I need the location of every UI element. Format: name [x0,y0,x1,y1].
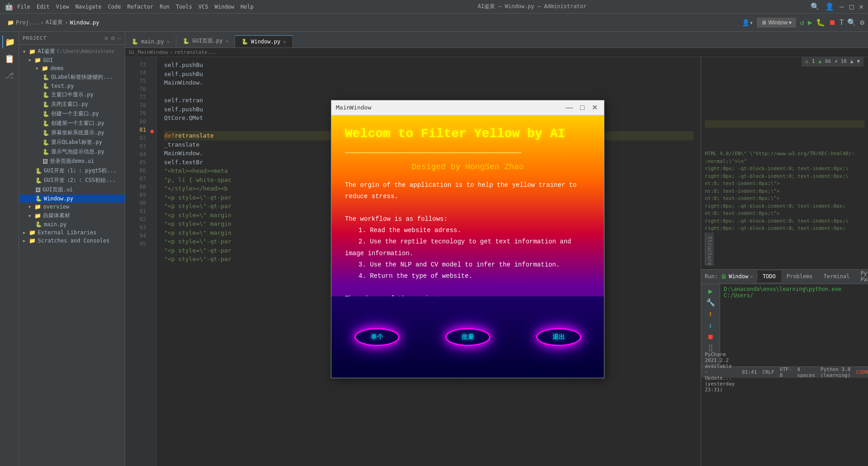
menu-code[interactable]: Code [108,4,121,10]
settings-icon[interactable]: ⚙ [111,34,114,42]
close-icon[interactable]: ✕ [859,2,863,11]
tree-item-gui-ui[interactable]: 🖼 GUI页面.ui [19,185,125,195]
run-align-icon[interactable]: ⣿ [708,343,713,352]
menu-window[interactable]: Window [215,4,234,10]
right-code-content: HTML 4.0//EN\" \"http://www.w3.org/TR/RE… [701,57,868,269]
tree-item-test[interactable]: 🐍 test.py [19,82,125,90]
tree-item-main-py[interactable]: 🐍 main.py [19,220,125,228]
tree-item-create2[interactable]: 🐍 创建第一个主窗口.py [19,119,125,128]
tree-item-close[interactable]: 🐍 关闭主窗口.py [19,100,125,109]
right-code-panel: HTML 4.0//EN\" \"http://www.w3.org/TR/RE… [701,57,868,466]
menu-run[interactable]: Run [160,4,170,10]
search-button[interactable]: 👤 [825,2,834,11]
tree-item-create1[interactable]: 🐍 创建一个主窗口.py [19,109,125,119]
line-sep[interactable]: CRLF [762,369,774,375]
btab-todo[interactable]: TODO [757,271,781,282]
breadcrumb-method[interactable]: retranslate... [175,49,217,55]
menu-vcs[interactable]: VCS [198,4,208,10]
tree-item-gui-dev2[interactable]: 🐍 GUI开发（2）: CSS初始... [19,176,125,185]
breadcrumb-project[interactable]: Proj... [16,19,39,26]
tab-window-py[interactable]: 🐍 Window.py ✕ [235,35,293,48]
tree-item-display[interactable]: 🐍 显示QLabel标签.py [19,138,125,147]
encoding[interactable]: UTF-8 [780,366,792,378]
run-play-icon[interactable]: ▶ [708,287,713,295]
tab-label: Window.py [251,38,280,45]
rline [705,143,864,151]
tree-item-screen[interactable]: 🐍 屏幕坐标系统显示.py [19,128,125,138]
update-msg[interactable]: PyCharm 2021.2.2 available · Update... (… [705,352,735,393]
run-tool-icon3[interactable]: ↓ [708,321,713,329]
btab-terminal[interactable]: Terminal [818,271,855,282]
run-tool-icon2[interactable]: ↑ [708,309,713,318]
menu-view[interactable]: View [56,4,69,10]
py-icon: 🐍 [42,149,49,155]
window-dropdown[interactable]: 🖥 Window ▾ [757,18,796,28]
tree-label: Scratches and Consoles [38,238,109,244]
structure-icon[interactable]: 📋 [3,52,16,65]
tree-item-media[interactable]: ▾ 📁 自媒体素材 [19,211,125,220]
indent[interactable]: 4 spaces [797,366,815,378]
btab-problems[interactable]: Problems [781,271,818,282]
file-tree: ▾ 📁 AI鉴黄 C:\Users\Administrato ▾ 📁 GUI ▾… [19,45,125,466]
tree-item-gui[interactable]: ▾ 📁 GUI [19,56,125,64]
breadcrumb-file[interactable]: Window.py [70,19,99,26]
window-title: AI鉴黄 – Window.py – Administrator [478,3,587,10]
breadcrumb-ui[interactable]: Ui_MainWindow [129,49,168,55]
tree-item-login-ui[interactable]: 🖼 登录页面demo.ui [19,157,125,166]
main-toolbar: 📁 Proj... › AI鉴黄 › Window.py 👤▾ 🖥 Window… [0,14,868,32]
tab-close[interactable]: ✕ [226,38,229,44]
menu-file[interactable]: File [17,4,30,10]
search-icon[interactable]: 🔍 [847,18,856,27]
ui-icon: 🖼 [35,187,41,193]
tab-close[interactable]: ✕ [283,39,286,45]
tree-item-gui-dev1[interactable]: 🐍 GUI开发（1）: pyqt5初... [19,166,125,176]
structure-tab[interactable]: Structure [707,236,713,266]
tree-item-window[interactable]: 🐍 Window.py [19,195,125,203]
tree-item-ext-libs[interactable]: ▸ 📁 External Libraries [19,228,125,237]
tab-main-py[interactable]: 🐍 main.py ✕ [125,36,176,48]
project-sidebar-icon[interactable]: 📁 [2,35,17,48]
breadcrumb-app[interactable]: AI鉴黄 [46,19,63,26]
tree-item-qlabel[interactable]: 🐍 QLabel标签快捷键的... [19,72,125,82]
build-icon[interactable]: ▶ [808,18,812,27]
run-tool-icon1[interactable]: 🔧 [706,298,715,307]
menu-tools[interactable]: Tools [176,4,192,10]
tree-item-bubble[interactable]: 🐍 显示气泡提示信息.py [19,147,125,157]
run-window-name: Window [729,273,748,280]
tree-item-demo[interactable]: ▾ 📁 demo [19,64,125,72]
minimize-icon[interactable]: — [840,2,844,11]
btab-python-packages[interactable]: Python Packages [855,267,868,285]
translate-icon[interactable]: T [840,18,844,27]
tree-item-root[interactable]: ▾ 📁 AI鉴黄 C:\Users\Administrato [19,47,125,56]
hide-panel-icon[interactable]: — [118,34,121,42]
toolbar-right: 👤▾ 🖥 Window ▾ ↺ ▶ 🐛 ⏹ T 🔍 ⚙ [742,18,864,28]
refresh-icon[interactable]: ↺ [800,18,804,27]
menu-refactor[interactable]: Refactor [127,4,153,10]
debug-icon[interactable]: 🐛 [816,18,825,27]
menu-edit[interactable]: Edit [37,4,50,10]
menu-help[interactable]: Help [241,4,254,10]
app-icon: 🤖 [5,2,14,11]
main-area: 📁 📋 ⎇ Project ≡ ⚙ — ▾ 📁 AI鉴黄 C:\Users\Ad… [0,32,868,466]
file-panel: Project ≡ ⚙ — ▾ 📁 AI鉴黄 C:\Users\Administ… [19,32,125,466]
tree-item-main-window[interactable]: 🐍 主窗口中显示.py [19,90,125,100]
tree-item-overview[interactable]: ▾ 📁 overview [19,203,125,211]
run-close-icon[interactable]: ✕ [750,274,753,280]
tree-item-scratches[interactable]: ▸ 📁 Scratches and Consoles [19,237,125,245]
tree-label: GUI页面.ui [42,186,73,194]
menu-navigate[interactable]: Navigate [75,4,102,10]
minimize-button[interactable]: 🔍 [811,2,820,11]
tab-close[interactable]: ✕ [167,39,170,45]
git-icon[interactable]: ⎇ [3,69,16,82]
run-stop-icon[interactable]: ■ [708,332,713,341]
stop-icon[interactable]: ⏹ [829,18,836,27]
tab-gui-py[interactable]: 🐍 GUI页面.py ✕ [176,34,235,48]
settings-icon[interactable]: ⚙ [860,18,864,27]
editor-tabs: 🐍 main.py ✕ 🐍 GUI页面.py ✕ 🐍 Window.py ✕ [125,32,868,48]
code-line-74: self.pushBu [164,70,693,79]
tab-icon: 🐍 [241,38,248,45]
rline-html: HTML 4.0//EN\" \"http://www.w3.org/TR/RE… [705,150,864,158]
maximize-icon[interactable]: □ [849,2,854,11]
collapse-all-icon[interactable]: ≡ [104,34,108,42]
interpreter[interactable]: Python 3.8 (learning) [821,366,850,378]
